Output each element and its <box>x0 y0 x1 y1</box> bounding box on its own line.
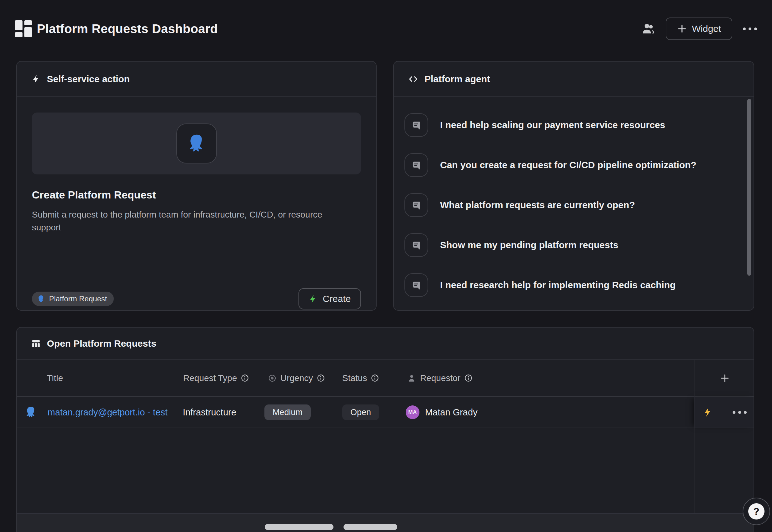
agent-suggestion-text: I need help scaling our payment service … <box>440 120 665 130</box>
add-widget-button[interactable]: Widget <box>666 18 732 40</box>
create-button[interactable]: Create <box>298 288 361 309</box>
agent-scrollbar[interactable] <box>747 99 751 276</box>
lightning-icon <box>703 407 713 417</box>
agent-suggestion-item[interactable]: I need help scaling our payment service … <box>404 105 754 145</box>
platform-agent-card: Platform agent I need help scaling our p… <box>393 61 754 311</box>
table-card-title: Open Platform Requests <box>47 338 156 349</box>
code-icon <box>408 74 418 84</box>
dashboard-icon <box>15 20 32 37</box>
column-label: Urgency <box>280 373 313 383</box>
chat-bubble-icon <box>404 113 428 137</box>
status-badge: Open <box>342 404 379 420</box>
agent-suggestion-list: I need help scaling our payment service … <box>394 97 754 310</box>
row-request-type-cell: Infrastructure <box>183 397 236 428</box>
table-icon <box>31 339 41 348</box>
row-title-cell: matan.grady@getport.io - test <box>48 397 168 428</box>
self-service-card-body: Create Platform Request Submit a request… <box>17 113 376 326</box>
action-description: Submit a request to the platform team fo… <box>32 208 341 234</box>
dashboard-more-menu[interactable] <box>743 28 757 30</box>
request-type-value: Infrastructure <box>183 407 236 418</box>
audience-icon[interactable] <box>642 22 655 35</box>
agent-suggestion-text: Show me my pending platform requests <box>440 240 618 250</box>
octopus-icon <box>24 406 38 419</box>
table-card-header: Open Platform Requests <box>17 328 754 360</box>
table-row[interactable]: matan.grady@getport.io - test Infrastruc… <box>17 397 754 428</box>
chat-bubble-icon <box>404 153 428 177</box>
requestor-name: Matan Grady <box>425 407 478 418</box>
action-heading: Create Platform Request <box>32 189 361 201</box>
page-title: Platform Requests Dashboard <box>37 22 218 36</box>
blueprint-badge-label: Platform Request <box>49 294 107 303</box>
run-action-button[interactable] <box>703 407 713 417</box>
agent-suggestion-text: I need research help for implementing Re… <box>440 280 676 290</box>
row-requestor-cell: MA Matan Grady <box>406 397 478 428</box>
radio-icon <box>268 374 277 383</box>
add-widget-label: Widget <box>692 23 721 34</box>
add-column-button[interactable] <box>694 360 754 396</box>
entity-link[interactable]: matan.grady@getport.io - test <box>48 407 168 418</box>
horizontal-scrollbar[interactable] <box>343 524 397 530</box>
self-service-action-card: Self-service action Create Platform Requ… <box>16 61 377 311</box>
column-header-title[interactable]: Title <box>47 360 63 396</box>
header-actions: Widget <box>642 16 757 41</box>
info-icon <box>241 374 249 382</box>
blueprint-badge[interactable]: Platform Request <box>32 292 114 306</box>
agent-suggestion-item[interactable]: I need research help for implementing Re… <box>404 265 754 305</box>
action-preview-panel <box>32 113 361 174</box>
column-label: Request Type <box>183 373 237 383</box>
person-icon <box>407 374 416 383</box>
avatar: MA <box>406 405 419 419</box>
action-blueprint-tile <box>176 123 217 163</box>
column-label: Status <box>342 373 367 383</box>
info-icon <box>317 374 325 382</box>
lightning-icon <box>31 74 41 84</box>
column-label: Title <box>47 373 63 383</box>
octopus-icon <box>37 295 45 303</box>
self-service-card-title: Self-service action <box>47 74 130 84</box>
urgency-badge: Medium <box>264 404 311 420</box>
top-bar: Platform Requests Dashboard Widget <box>15 16 757 41</box>
agent-suggestion-item[interactable]: Can you create a request for CI/CD pipel… <box>404 145 754 185</box>
row-blueprint-icon-cell <box>24 397 38 428</box>
plus-icon <box>677 24 687 34</box>
column-header-requestor[interactable]: Requestor <box>407 360 473 396</box>
column-header-status[interactable]: Status <box>342 360 379 396</box>
column-header-urgency[interactable]: Urgency <box>268 360 325 396</box>
octopus-icon <box>186 133 207 154</box>
chat-bubble-icon <box>404 193 428 217</box>
table-footer <box>17 513 754 532</box>
info-icon <box>464 374 473 382</box>
column-label: Requestor <box>420 373 460 383</box>
agent-suggestion-text: What platform requests are currently ope… <box>440 200 635 210</box>
lightning-icon <box>308 294 318 304</box>
agent-suggestion-item[interactable]: Show me my pending platform requests <box>404 225 754 265</box>
chat-bubble-icon <box>404 233 428 257</box>
ellipsis-icon <box>743 28 757 30</box>
question-mark-icon: ? <box>748 503 764 519</box>
action-footer: Platform Request Create <box>32 288 361 309</box>
horizontal-scrollbar[interactable] <box>265 524 333 530</box>
self-service-card-header: Self-service action <box>17 62 376 97</box>
chat-bubble-icon <box>404 273 428 297</box>
row-urgency-cell: Medium <box>264 397 311 428</box>
row-actions-cell <box>694 397 754 428</box>
table-header-row: Title Request Type Urgency <box>17 360 754 397</box>
plus-icon <box>719 373 730 384</box>
row-more-menu[interactable] <box>733 411 747 414</box>
agent-suggestion-text: Can you create a request for CI/CD pipel… <box>440 160 696 170</box>
row-status-cell: Open <box>342 397 379 428</box>
actions-column-divider <box>694 360 694 513</box>
agent-suggestion-item[interactable]: What platform requests are currently ope… <box>404 185 754 225</box>
create-button-label: Create <box>323 294 351 304</box>
dashboard-page: Platform Requests Dashboard Widget Self-… <box>0 0 772 532</box>
platform-agent-card-title: Platform agent <box>424 74 490 84</box>
ellipsis-icon <box>733 411 747 414</box>
help-button[interactable]: ? <box>743 498 770 525</box>
open-requests-table-card: Open Platform Requests Title Request Typ… <box>16 327 754 532</box>
info-icon <box>371 374 379 382</box>
column-header-request-type[interactable]: Request Type <box>183 360 249 396</box>
platform-agent-card-header: Platform agent <box>394 62 754 97</box>
